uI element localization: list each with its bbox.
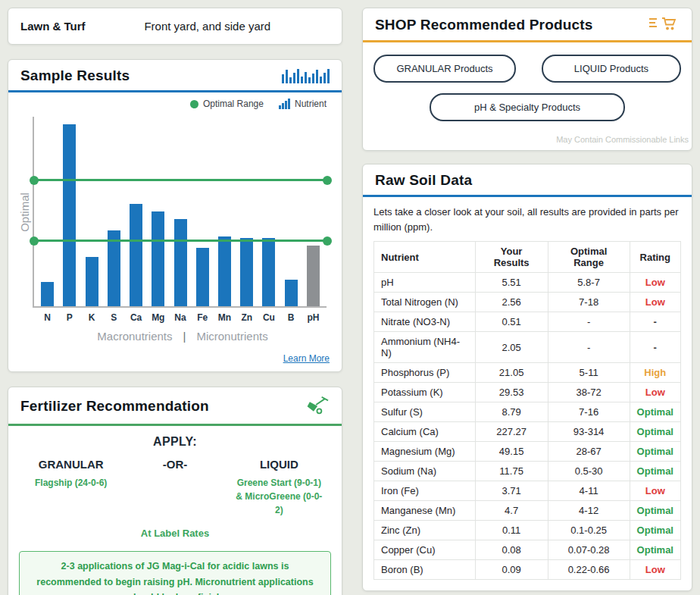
cell-range: 38-72 [548,383,630,402]
cell-rating: Optimal [630,521,680,540]
cell-result: 4.7 [475,501,548,521]
x-tick-label-Cu: Cu [258,308,280,323]
granular-products-button[interactable]: GRANULAR Products [373,55,516,83]
cell-rating: Optimal [630,462,680,481]
cell-result: 21.05 [475,363,548,383]
cell-rating: Low [630,560,680,580]
cell-rating: Optimal [630,442,680,462]
chart-bar-N [41,282,54,307]
cell-rating: - [630,332,680,363]
x-tick-label-N: N [36,308,58,323]
cell-range: 4-12 [548,501,630,521]
cell-range: 0.22-0.66 [548,560,630,580]
x-tick-label-B: B [280,308,302,323]
table-row: Total Nitrogen (N)2.567-18Low [374,293,681,312]
granular-product: Flagship (24-0-6) [25,476,117,490]
column-header: Nutrient [374,242,476,273]
optimal-line-lower [34,240,327,242]
ph-specialty-products-button[interactable]: pH & Specialty Products [430,93,625,121]
x-tick-label-Na: Na [169,308,191,323]
shop-title: SHOP Recommended Products [375,17,593,33]
bar-sparkline-icon [282,68,330,83]
table-row: Manganese (Mn)4.74-12Optimal [374,501,681,521]
cell-rating: Optimal [630,402,680,422]
sample-name: Front yard, and side yard [86,20,330,33]
or-label: -OR- [129,458,220,471]
macronutrients-label: Macronutrients [97,330,172,343]
nutrient-chart: Optimal Range Nutrient Optimal [8,92,342,349]
x-tick-label-pH: pH [302,308,324,323]
cell-result: 227.27 [475,422,548,442]
cell-result: 2.56 [475,293,548,312]
cell-range: 93-314 [548,422,630,442]
cell-range: 0.5-30 [548,462,630,481]
cell-nutrient: Nitrate (NO3-N) [374,312,476,332]
soil-table: NutrientYour ResultsOptimal RangeRating … [373,241,681,580]
table-row: Ammonium (NH4-N)2.05-- [374,332,681,363]
x-tick-label-Ca: Ca [125,308,147,323]
granular-column: GRANULAR Flagship (24-0-6) [19,458,123,490]
sample-category: Lawn & Turf [20,20,86,33]
cell-nutrient: Total Nitrogen (N) [374,293,476,312]
chart-bars [34,117,327,306]
cart-icon[interactable] [649,16,680,34]
cell-rating: - [630,312,680,332]
cell-result: 29.53 [475,383,548,402]
cell-nutrient: Sulfur (S) [374,402,476,422]
raw-soil-description: Lets take a closer look at your soil, al… [373,205,681,234]
cell-result: 3.71 [475,481,548,501]
cell-nutrient: Zinc (Zn) [374,521,476,540]
cell-result: 2.05 [475,332,548,363]
chart-bar-P [63,124,76,306]
label-rates: At Label Rates [19,528,331,539]
apply-label: APPLY: [19,435,331,449]
micronutrients-label: Micronutrients [196,330,267,343]
chart-bar-Fe [196,248,209,307]
shop-card: SHOP Recommended Products [362,8,692,151]
learn-more-link[interactable]: Learn More [283,353,330,364]
cell-result: 11.75 [475,462,548,481]
fertilizer-title: Fertilizer Recommendation [20,398,209,415]
cell-nutrient: Sodium (Na) [374,462,476,481]
cell-range: 0.07-0.28 [548,540,630,560]
cell-nutrient: Potassium (K) [374,383,476,402]
cell-nutrient: pH [374,273,476,293]
chart-bar-Mg [152,211,164,306]
cell-range: 4-11 [548,481,630,501]
sample-info-card: Lawn & Turf Front yard, and side yard [8,8,342,45]
x-tick-label-P: P [58,308,80,323]
x-tick-label-Fe: Fe [192,308,214,323]
column-header: Your Results [475,242,548,273]
x-tick-label-K: K [80,308,102,323]
chart-bar-Mn [218,236,231,307]
recommendation-note: 2-3 applications of JG Mag-i-Cal for aci… [19,551,331,595]
chart-legend: Optimal Range Nutrient [16,96,331,117]
cell-rating: Optimal [630,501,680,521]
table-row: Magnesium (Mg)49.1528-67Optimal [374,442,681,462]
table-row: Iron (Fe)3.714-11Low [374,481,681,501]
cell-result: 49.15 [475,442,548,462]
y-axis-label: Optimal [16,117,33,308]
chart-bar-Na [174,219,187,306]
table-row: Potassium (K)29.5338-72Low [374,383,681,402]
sample-results-title: Sample Results [20,67,130,84]
cell-range: 5.8-7 [548,273,630,293]
group-separator: | [183,330,186,343]
cell-nutrient: Iron (Fe) [374,481,476,501]
cell-rating: High [630,363,680,383]
chart-bar-K [86,257,98,306]
optimal-line-upper [34,179,327,181]
cell-rating: Low [630,273,680,293]
sample-results-card: Sample Results Optimal Range [8,59,342,372]
x-tick-label-S: S [103,308,125,323]
commissionable-links-disclaimer: May Contain Commissionable Links [363,135,692,150]
cell-nutrient: Copper (Cu) [374,540,476,560]
cell-result: 0.11 [475,521,548,540]
table-row: Zinc (Zn)0.110.1-0.25Optimal [374,521,681,540]
legend-optimal-range: Optimal Range [190,99,264,109]
cell-nutrient: Manganese (Mn) [374,501,476,521]
table-row: pH5.515.8-7Low [374,273,681,293]
liquid-products-button[interactable]: LIQUID Products [542,55,681,83]
fertilizer-recommendation-card: Fertilizer Recommendation APPLY: [8,387,342,595]
chart-bar-B [285,280,298,306]
